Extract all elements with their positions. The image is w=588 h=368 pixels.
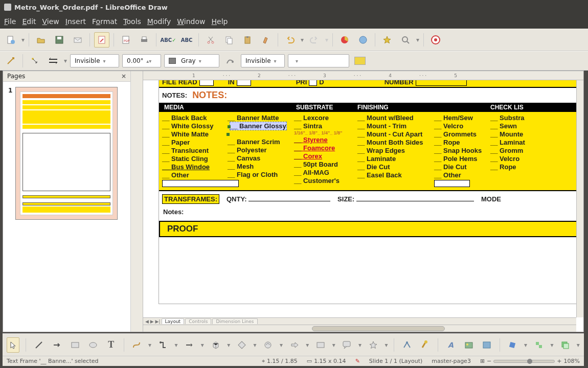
block-arrows-tool[interactable]	[288, 337, 301, 353]
workarea: Pages × 1 1 · ·	[3, 71, 584, 332]
document-viewport[interactable]: FILE READ IN PRID NUMBER NOTES: NOTES: M…	[143, 80, 576, 317]
menu-view[interactable]: View	[42, 17, 59, 26]
shadow-button[interactable]	[352, 53, 368, 68]
menu-edit[interactable]: Edit	[22, 17, 36, 26]
notes-placeholder: NOTES:	[192, 90, 227, 101]
tab-controls[interactable]: Controls	[185, 318, 211, 324]
email-button[interactable]	[70, 32, 85, 48]
zoom-out-icon[interactable]: −	[487, 358, 491, 364]
list-item: Black Back	[162, 114, 221, 122]
tab-dimension[interactable]: Dimension Lines	[212, 318, 257, 324]
edit-file-button[interactable]	[94, 32, 109, 48]
horizontal-ruler[interactable]: 1 · · · 2 · · · 3 · · · 4 · · · 5	[131, 71, 583, 80]
area-value-combo[interactable]: ▾	[288, 54, 349, 67]
horizontal-scrollbar[interactable]	[143, 325, 576, 332]
hyperlink-button[interactable]	[355, 32, 371, 48]
navigator-button[interactable]	[379, 32, 395, 48]
zoom-controls[interactable]: ⊞ − + 108%	[480, 358, 580, 364]
symbol-shapes-tool[interactable]	[262, 337, 275, 353]
media-col1: Black Back White Glossy White Matte Pape…	[159, 112, 224, 190]
edit-points-tool[interactable]	[400, 337, 413, 353]
menu-format[interactable]: Format	[92, 17, 117, 26]
vertical-scrollbar[interactable]	[576, 80, 583, 317]
area-style-combo[interactable]: Invisible▾	[241, 54, 285, 67]
flowchart-tool[interactable]	[314, 337, 327, 353]
field-label: IN	[228, 80, 235, 86]
chart-button[interactable]	[337, 32, 352, 48]
3d-tool[interactable]	[209, 337, 222, 353]
size-label: SIZE:	[337, 195, 354, 203]
zoom-value[interactable]: 108%	[564, 358, 580, 364]
copy-button[interactable]	[221, 32, 237, 48]
redo-button[interactable]	[307, 32, 322, 48]
export-pdf-button[interactable]: PDF	[118, 32, 133, 48]
pages-panel-body[interactable]: 1	[3, 82, 130, 332]
status-master[interactable]: master-page3	[432, 358, 471, 364]
print-button[interactable]	[137, 32, 152, 48]
clone-format-button[interactable]	[258, 32, 274, 48]
from-file-tool[interactable]	[462, 337, 475, 353]
field-label: NUMBER	[385, 80, 414, 86]
callout-tool[interactable]	[341, 337, 353, 353]
fontwork-tool[interactable]: A	[444, 337, 457, 353]
undo-button[interactable]	[282, 32, 298, 48]
select-tool[interactable]	[7, 337, 19, 353]
zoom-button[interactable]	[398, 32, 413, 48]
ellipse-tool[interactable]	[86, 337, 99, 353]
basic-shapes-tool[interactable]	[235, 337, 248, 353]
ruler-mark: 1	[192, 73, 195, 78]
gallery-tool[interactable]	[481, 337, 493, 353]
close-icon[interactable]: ×	[121, 73, 126, 80]
connector-tool[interactable]	[156, 337, 169, 353]
stars-tool[interactable]	[367, 337, 379, 353]
cut-button[interactable]	[203, 32, 218, 48]
open-button[interactable]	[33, 32, 49, 48]
statusbar: Text Frame '__ Banne...' selected ⌖1.15 …	[3, 356, 584, 366]
selected-text-frame[interactable]: Banner Glossy	[230, 122, 287, 130]
menu-file[interactable]: File	[4, 17, 16, 26]
text-tool[interactable]: T	[105, 337, 118, 353]
autospell-button[interactable]: ABC	[179, 32, 194, 48]
menu-insert[interactable]: Insert	[65, 17, 86, 26]
svg-rect-15	[246, 36, 248, 38]
arrow-style-button[interactable]	[3, 53, 18, 68]
area-style-value: Invisible	[245, 57, 271, 64]
area-dialog-button[interactable]	[222, 53, 238, 68]
gluepoints-tool[interactable]	[419, 337, 432, 353]
list-item: Lexcore	[294, 114, 351, 122]
save-button[interactable]	[52, 32, 67, 48]
new-doc-button[interactable]	[3, 32, 18, 48]
fit-page-icon[interactable]: ⊞	[480, 358, 485, 364]
align-tool[interactable]	[532, 337, 545, 353]
menu-help[interactable]: Help	[211, 17, 228, 26]
zoom-in-icon[interactable]: +	[557, 358, 561, 364]
line-endings-button[interactable]	[27, 53, 42, 68]
line-width-combo[interactable]: 0.00"▴▾	[122, 54, 161, 67]
arrange-tool[interactable]	[558, 337, 571, 353]
vertical-ruler[interactable]	[131, 71, 143, 332]
menu-modify[interactable]: Modify	[147, 17, 171, 26]
list-item: Snap Hooks	[434, 147, 484, 154]
svg-rect-23	[72, 342, 79, 348]
help-button[interactable]	[428, 32, 443, 48]
rectangle-tool[interactable]	[69, 337, 81, 353]
finishing-col1: Mount w/Bleed Mount - Trim Mount - Cut A…	[354, 112, 431, 190]
curve-tool[interactable]	[130, 337, 143, 353]
tab-layout[interactable]: Layout	[162, 318, 185, 324]
chevron-down-icon: ▾	[274, 58, 277, 64]
line-tool[interactable]	[32, 337, 45, 353]
zoom-slider[interactable]	[493, 360, 555, 363]
paste-button[interactable]	[240, 32, 255, 48]
page-thumbnail[interactable]	[15, 87, 118, 220]
line-color-combo[interactable]: Gray▾	[164, 54, 219, 67]
lines-arrows-tool[interactable]	[183, 337, 195, 353]
line-ends-swap-button[interactable]	[46, 53, 61, 68]
page[interactable]: FILE READ IN PRID NUMBER NOTES: NOTES: M…	[159, 80, 576, 304]
effects-tool[interactable]	[506, 337, 519, 353]
spellcheck-button[interactable]: ABC✓	[161, 32, 176, 48]
pos-icon: ⌖	[262, 358, 265, 364]
arrow-line-tool[interactable]	[51, 337, 63, 353]
menu-tools[interactable]: Tools	[123, 17, 141, 26]
line-style-combo[interactable]: Invisible▾	[70, 54, 119, 67]
menu-window[interactable]: Window	[177, 17, 205, 26]
